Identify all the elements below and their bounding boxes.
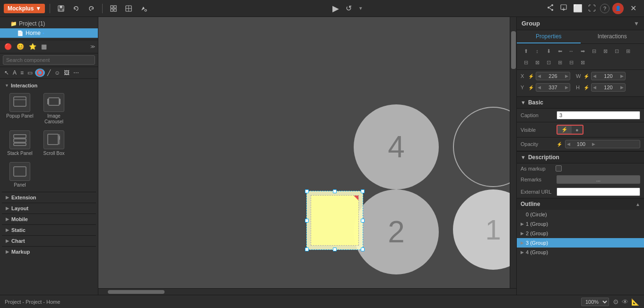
zoom-select[interactable]: 50% 75% 100% 150% 200% (581, 298, 609, 306)
comp-tab-table[interactable]: ▦ (40, 42, 48, 51)
comp-image-carousel[interactable]: Image Carousel (38, 91, 70, 127)
markup-section[interactable]: ▶ Markup (2, 246, 96, 257)
draw-more[interactable]: ⋯ (72, 68, 80, 77)
handle-ml[interactable] (305, 219, 309, 222)
handle-bm[interactable] (333, 248, 337, 251)
panel-collapse-btn[interactable]: ▼ (634, 20, 639, 27)
align-row2-2[interactable]: ⊞ (623, 46, 633, 56)
y-input[interactable] (542, 84, 564, 91)
align-top[interactable]: ⬆ (521, 46, 531, 56)
outline-collapse-btn[interactable]: ▲ (635, 202, 640, 207)
refresh-button[interactable]: ↺ (344, 2, 353, 14)
align-left[interactable]: ⬅ (555, 46, 565, 56)
outline-header[interactable]: Outline ▲ (517, 198, 644, 210)
align-row2-3[interactable]: ⊟ (521, 57, 531, 68)
outline-item-2[interactable]: ▶ 2 (Group) (517, 229, 644, 238)
scroll-thumb-v[interactable] (511, 31, 516, 69)
draw-select[interactable]: ↖ (3, 68, 10, 77)
outline-item-4[interactable]: ▶ 4 (Group) (517, 248, 644, 257)
fullscreen-button[interactable]: ⛶ (587, 3, 597, 14)
basic-section-header[interactable]: ▼ Basic (517, 96, 644, 109)
align-row2-1[interactable]: ⊡ (611, 46, 622, 56)
redo-button[interactable] (85, 3, 97, 14)
description-section-header[interactable]: ▼ Description (517, 151, 644, 163)
x-spinner[interactable]: ◀ ▶ (536, 72, 570, 80)
interaction-header[interactable]: ▼ Interaction (2, 81, 96, 90)
distribute-h[interactable]: ⊟ (589, 46, 599, 56)
circle-2[interactable]: 2 (354, 189, 439, 274)
status-preview-btn[interactable]: 👁 (622, 298, 628, 306)
paint-button[interactable] (138, 3, 150, 14)
opacity-increment[interactable]: ▶ (591, 141, 597, 147)
align-vcenter[interactable]: ↕ (532, 46, 542, 56)
draw-image[interactable]: 🖼 (62, 68, 71, 77)
save-button[interactable] (55, 3, 67, 14)
visible-toggle[interactable]: ⚡ ● (557, 125, 583, 135)
tab-interactions[interactable]: Interactions (581, 30, 644, 43)
w-increment[interactable]: ▶ (619, 73, 625, 79)
remarks-input[interactable] (557, 175, 640, 184)
h-input[interactable] (598, 84, 619, 91)
handle-tr[interactable] (361, 189, 365, 193)
draw-hotspot[interactable]: ☺ (53, 68, 61, 77)
help-button[interactable]: ? (600, 4, 609, 13)
canvas-scrollbar-h[interactable] (98, 288, 516, 295)
circle-1[interactable]: 1 (453, 189, 516, 270)
brand-button[interactable]: Mockplus ▼ (4, 4, 45, 13)
align-row2-4[interactable]: ⊠ (532, 57, 542, 68)
status-measure-btn[interactable]: 📐 (631, 298, 639, 306)
align-bottom[interactable]: ⬇ (543, 46, 554, 56)
align-row2-6[interactable]: ⊞ (555, 57, 565, 68)
play-button[interactable]: ▶ (331, 2, 340, 15)
export-button[interactable] (558, 2, 569, 15)
opacity-spinner[interactable]: ◀ ▶ (565, 140, 640, 148)
snap-button[interactable] (122, 3, 135, 14)
x-decrement[interactable]: ◀ (536, 73, 542, 79)
refresh-dropdown[interactable]: ▼ (357, 4, 365, 12)
handle-tl[interactable] (305, 189, 309, 193)
h-spinner[interactable]: ◀ ▶ (591, 83, 626, 92)
handle-br[interactable] (361, 248, 365, 251)
handle-bl[interactable] (305, 248, 309, 251)
align-right[interactable]: ➡ (577, 46, 588, 56)
canvas-scrollbar-v[interactable] (510, 17, 516, 288)
canvas-area[interactable]: 4 2 1 (98, 17, 516, 295)
mobile-section[interactable]: ▶ Mobile (2, 214, 96, 224)
circle-outline[interactable] (453, 107, 516, 187)
align-row2-8[interactable]: ⊠ (577, 57, 588, 68)
handle-mr[interactable] (361, 219, 365, 222)
align-row2-7[interactable]: ⊟ (566, 57, 576, 68)
draw-line[interactable]: ╱ (46, 68, 52, 77)
comp-stack-panel[interactable]: Stack Panel (4, 128, 36, 158)
x-increment[interactable]: ▶ (564, 73, 570, 79)
layer-project[interactable]: 📁 Project (1) (0, 19, 98, 28)
outline-item-3[interactable]: ▶ 3 (Group) (517, 238, 644, 248)
outline-item-0[interactable]: ▶ 0 (Circle) (517, 210, 644, 219)
y-spinner[interactable]: ◀ ▶ (536, 83, 570, 92)
status-settings-btn[interactable]: ⚙ (613, 298, 619, 306)
caption-input[interactable] (557, 111, 640, 120)
share-button[interactable] (545, 2, 556, 15)
comp-popup-panel[interactable]: Popup Panel (4, 91, 36, 127)
align-hcenter[interactable]: ↔ (566, 46, 576, 56)
scroll-thumb-h[interactable] (108, 290, 165, 294)
grid-button[interactable] (107, 3, 120, 14)
comp-scroll-box[interactable]: Scroll Box (38, 128, 70, 158)
extension-section[interactable]: ▶ Extension (2, 192, 96, 203)
static-section[interactable]: ▶ Static (2, 224, 96, 235)
handle-tm[interactable] (333, 189, 337, 193)
y-increment[interactable]: ▶ (564, 84, 570, 91)
comp-expand-btn[interactable]: ≫ (90, 44, 95, 49)
search-input[interactable] (3, 55, 95, 65)
w-input[interactable] (598, 72, 619, 80)
opacity-input[interactable] (572, 140, 591, 148)
chart-section[interactable]: ▶ Chart (2, 235, 96, 246)
comp-tab-star[interactable]: ⭐ (27, 42, 38, 51)
comp-tab-emoji[interactable]: 😊 (15, 42, 26, 51)
draw-text[interactable]: A (11, 68, 18, 77)
undo-button[interactable] (70, 3, 82, 14)
h-increment[interactable]: ▶ (619, 84, 625, 91)
comp-panel[interactable]: Panel (4, 160, 36, 190)
markup-checkbox[interactable] (556, 165, 562, 171)
close-button[interactable]: ✕ (627, 2, 640, 14)
